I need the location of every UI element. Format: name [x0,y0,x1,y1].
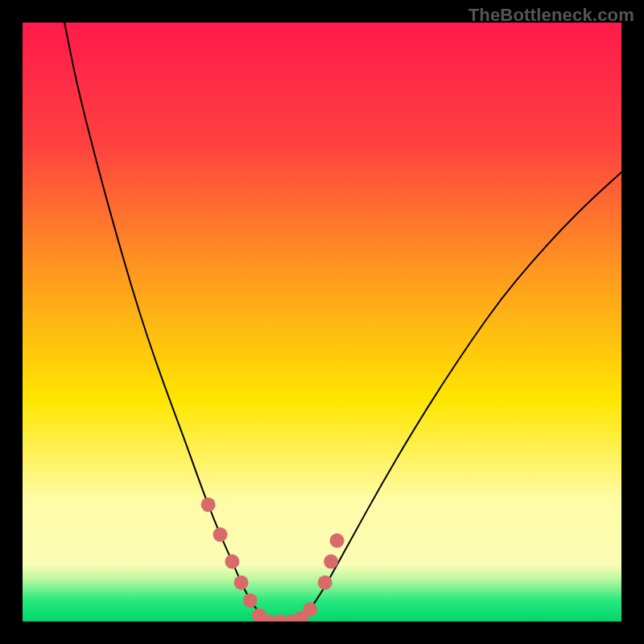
marker-point [318,576,332,590]
chart-background [23,23,621,621]
chart-frame [23,23,621,621]
marker-point [303,602,317,617]
marker-point [213,527,228,542]
bottleneck-chart [23,23,621,621]
marker-point [330,534,345,548]
marker-point [201,497,216,512]
marker-point [324,555,338,569]
marker-point [243,593,258,608]
marker-point [234,576,249,590]
marker-point [225,555,239,569]
